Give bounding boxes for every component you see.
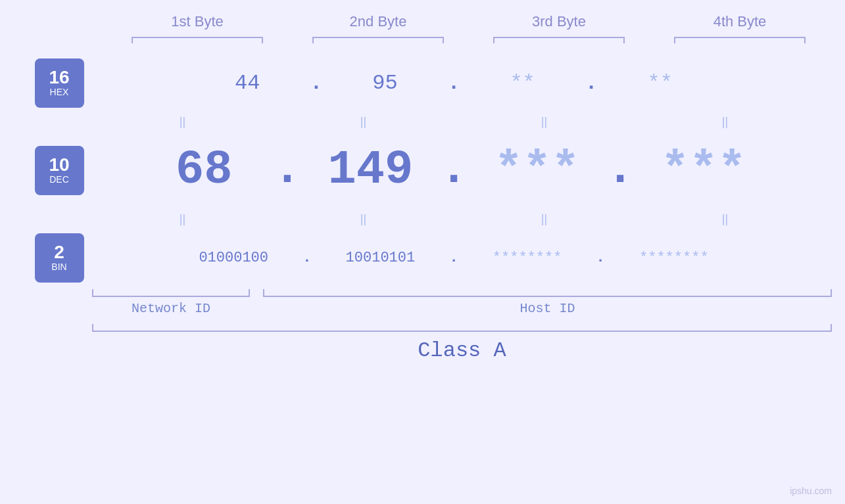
bin-dot3: . — [596, 250, 605, 266]
hex-base-col: 16 HEX — [0, 57, 92, 109]
hex-b3-value: ** — [470, 71, 575, 95]
dec-b2-value: 149 — [311, 143, 429, 197]
bin-b4-cell: ******** — [612, 250, 736, 266]
eq5: || — [104, 212, 262, 226]
hex-b4-cell: ** — [608, 71, 713, 95]
dec-badge: 10 DEC — [35, 146, 84, 195]
bin-b2-cell: 10010101 . — [318, 250, 464, 266]
eq6: || — [285, 212, 443, 226]
bin-values-row: 01000100 . 10010101 . ******** . *******… — [92, 231, 815, 284]
class-label: Class A — [92, 338, 832, 363]
host-bracket — [263, 289, 832, 297]
eq1: || — [104, 115, 262, 129]
hex-badge: 16 HEX — [35, 58, 84, 108]
eq8: || — [646, 212, 804, 226]
main-container: 1st Byte 2nd Byte 3rd Byte 4th Byte 16 H… — [0, 0, 845, 504]
bottom-labels-area: Network ID Host ID Class A — [92, 289, 832, 363]
hex-dot3: . — [585, 71, 598, 95]
byte-headers: 1st Byte 2nd Byte 3rd Byte 4th Byte — [107, 13, 831, 30]
eq4: || — [646, 115, 804, 129]
bin-b3-value: ******** — [465, 250, 590, 266]
dec-b2-cell: 149 . — [311, 143, 477, 197]
dec-b1-value: 68 — [145, 143, 263, 197]
dec-b1-cell: 68 . — [145, 143, 311, 197]
hex-b4-value: ** — [608, 71, 713, 95]
bracket-byte3 — [493, 37, 625, 43]
dec-base-col: 10 DEC — [0, 134, 92, 206]
hex-dot2: . — [447, 71, 460, 95]
dec-values-row: 68 . 149 . *** . *** — [92, 134, 815, 206]
dec-dot1: . — [273, 151, 301, 189]
host-id-label: Host ID — [263, 301, 832, 316]
byte3-header: 3rd Byte — [480, 13, 638, 30]
hex-b2-cell: 95 . — [332, 71, 470, 95]
dec-b4-cell: *** — [644, 143, 763, 197]
hex-b3-cell: ** . — [470, 71, 608, 95]
equals-row-2: || || || || — [92, 206, 815, 231]
byte4-header: 4th Byte — [661, 13, 819, 30]
dec-dot3: . — [606, 151, 635, 189]
hex-b2-value: 95 — [332, 71, 437, 95]
byte1-header: 1st Byte — [118, 13, 276, 30]
network-bracket — [92, 289, 250, 297]
equals-row-1: || || || || — [92, 109, 815, 134]
dec-b3-value: *** — [478, 143, 596, 197]
top-brackets — [107, 37, 831, 43]
bin-b1-value: 01000100 — [171, 250, 296, 266]
bin-b1-cell: 01000100 . — [171, 250, 318, 266]
hex-dot1: . — [310, 71, 322, 95]
bin-dot2: . — [449, 250, 458, 266]
hex-b1-value: 44 — [195, 71, 300, 95]
bracket-byte1 — [132, 37, 263, 43]
hex-b1-cell: 44 . — [195, 71, 332, 95]
bottom-bracket-section: Network ID Host ID Class A — [0, 289, 845, 363]
dec-b4-value: *** — [644, 143, 763, 197]
network-id-label: Network ID — [92, 301, 250, 316]
watermark: ipshu.com — [790, 486, 832, 496]
bracket-byte2 — [312, 37, 444, 43]
bin-badge: 2 BIN — [35, 233, 84, 283]
bracket-byte4 — [674, 37, 806, 43]
bin-b4-value: ******** — [612, 250, 736, 266]
bottom-bracket-row — [92, 289, 832, 297]
eq3: || — [466, 115, 623, 129]
id-labels-row: Network ID Host ID — [92, 301, 832, 316]
bin-dot1: . — [302, 250, 311, 266]
hex-values-row: 44 . 95 . ** . ** — [92, 57, 815, 109]
large-bottom-bracket — [92, 324, 832, 332]
bin-b2-value: 10010101 — [318, 250, 443, 266]
byte2-header: 2nd Byte — [299, 13, 457, 30]
eq2: || — [285, 115, 443, 129]
bin-base-col: 2 BIN — [0, 231, 92, 284]
dec-b3-cell: *** . — [478, 143, 644, 197]
dec-dot2: . — [439, 151, 468, 189]
bin-b3-cell: ******** . — [465, 250, 612, 266]
eq7: || — [466, 212, 623, 226]
